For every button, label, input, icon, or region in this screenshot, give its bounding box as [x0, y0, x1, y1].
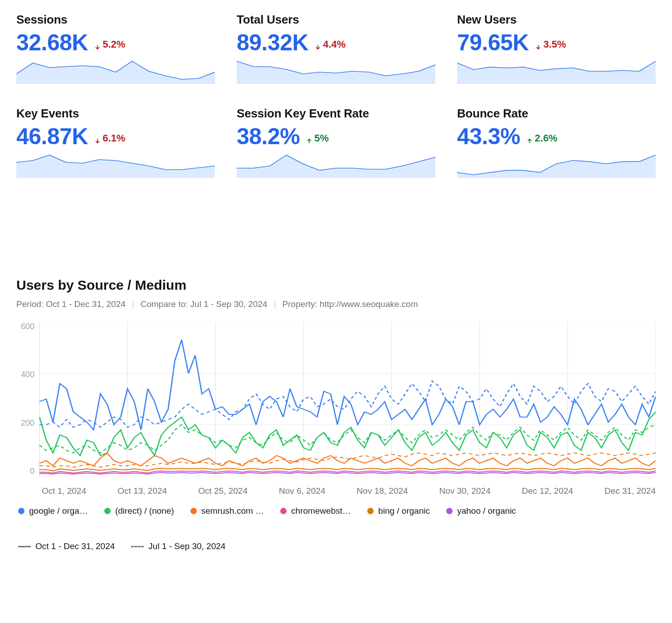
legend-swatch-icon [446, 508, 453, 514]
arrow-up-icon [526, 135, 533, 141]
kpi-delta-value: 4.4% [323, 39, 346, 50]
legend-series-label: chromewebst… [291, 506, 351, 516]
property-label: Property: [282, 299, 317, 309]
legend-series-item[interactable]: google / orga… [18, 506, 88, 516]
legend-period-item[interactable]: Jul 1 - Sep 30, 2024 [131, 541, 225, 551]
kpi-value-row: 38.2% 5% [237, 123, 435, 150]
kpi-card-bounce[interactable]: Bounce Rate 43.3% 2.6% [457, 107, 656, 178]
kpi-title: Total Users [237, 13, 435, 27]
legend-series-item[interactable]: (direct) / (none) [104, 506, 174, 516]
x-tick: Oct 25, 2024 [198, 486, 248, 496]
kpi-delta: 4.4% [315, 39, 346, 50]
kpi-value: 89.32K [237, 29, 308, 56]
kpi-sparkline [16, 60, 215, 84]
main-chart-meta: Period: Oct 1 - Dec 31, 2024 | Compare t… [16, 299, 656, 309]
arrow-down-icon [94, 135, 101, 141]
kpi-sparkline [457, 154, 656, 178]
period-text: Period: Oct 1 - Dec 31, 2024 [16, 299, 126, 309]
x-tick: Nov 6, 2024 [279, 486, 325, 496]
kpi-value-row: 43.3% 2.6% [457, 123, 656, 150]
legend-period-item[interactable]: Oct 1 - Dec 31, 2024 [18, 541, 115, 551]
arrow-down-icon [94, 41, 101, 48]
x-tick: Nov 18, 2024 [357, 486, 408, 496]
x-tick: Nov 30, 2024 [439, 486, 491, 496]
kpi-value-row: 89.32K 4.4% [237, 29, 435, 56]
legend-series-label: semrush.com … [201, 506, 264, 516]
kpi-delta: 5.2% [94, 39, 125, 50]
kpi-title: Bounce Rate [457, 107, 656, 121]
kpi-card-total_users[interactable]: Total Users 89.32K 4.4% [237, 13, 435, 84]
kpi-sparkline [16, 154, 215, 178]
compare-label: Compare to: [141, 299, 188, 309]
y-tick: 400 [21, 370, 34, 380]
legend-series-item[interactable]: yahoo / organic [446, 506, 516, 516]
compare-text: Compare to: Jul 1 - Sep 30, 2024 [141, 299, 268, 309]
y-tick: 0 [30, 467, 34, 476]
kpi-title: Key Events [16, 107, 215, 121]
legend-swatch-icon [190, 508, 197, 514]
period-label: Period: [16, 299, 44, 309]
kpi-card-key_events[interactable]: Key Events 46.87K 6.1% [16, 107, 215, 178]
kpi-sparkline [237, 154, 435, 178]
kpi-delta: 3.5% [535, 39, 566, 50]
kpi-title: New Users [457, 13, 656, 27]
x-tick: Oct 1, 2024 [42, 486, 86, 496]
chart-legend: google / orga…(direct) / (none)semrush.c… [18, 506, 656, 551]
x-tick: Dec 31, 2024 [604, 486, 656, 496]
arrow-down-icon [535, 41, 541, 48]
kpi-delta-value: 2.6% [535, 132, 557, 144]
kpi-value: 46.87K [16, 123, 88, 150]
users-by-source-medium-panel: Users by Source / Medium Period: Oct 1 -… [16, 277, 656, 551]
x-axis-ticks: Oct 1, 2024Oct 13, 2024Oct 25, 2024Nov 6… [42, 486, 656, 496]
legend-series-label: bing / organic [378, 506, 430, 516]
kpi-card-new_users[interactable]: New Users 79.65K 3.5% [457, 13, 656, 84]
kpi-sparkline [457, 60, 656, 84]
legend-series-item[interactable]: bing / organic [367, 506, 430, 516]
kpi-value: 32.68K [16, 29, 88, 56]
kpi-value-row: 46.87K 6.1% [16, 123, 215, 150]
kpi-card-sessions[interactable]: Sessions 32.68K 5.2% [16, 13, 215, 84]
legend-swatch-icon [18, 508, 24, 514]
legend-swatch-icon [367, 508, 374, 514]
x-tick: Dec 12, 2024 [522, 486, 573, 496]
kpi-delta: 6.1% [94, 132, 125, 144]
meta-separator: | [274, 299, 276, 309]
legend-line-icon [131, 546, 144, 547]
legend-series-item[interactable]: semrush.com … [190, 506, 264, 516]
kpi-delta-value: 6.1% [102, 132, 125, 144]
kpi-delta: 2.6% [526, 132, 557, 144]
period-value: Oct 1 - Dec 31, 2024 [46, 299, 125, 309]
arrow-up-icon [306, 135, 312, 141]
legend-series-label: google / orga… [29, 506, 88, 516]
y-tick: 600 [21, 322, 34, 331]
y-tick: 200 [21, 419, 34, 428]
kpi-card-sk_rate[interactable]: Session Key Event Rate 38.2% 5% [237, 107, 435, 178]
y-axis: 6004002000 [21, 322, 39, 476]
kpi-title: Session Key Event Rate [237, 107, 435, 121]
main-chart-title: Users by Source / Medium [16, 277, 656, 293]
kpi-title: Sessions [16, 13, 215, 27]
legend-swatch-icon [280, 508, 287, 514]
kpi-value: 38.2% [237, 123, 300, 150]
kpi-delta-value: 5% [314, 132, 329, 144]
legend-series-item[interactable]: chromewebst… [280, 506, 351, 516]
kpi-delta-value: 5.2% [102, 39, 125, 50]
kpi-delta: 5% [306, 132, 329, 144]
compare-value: Jul 1 - Sep 30, 2024 [190, 299, 268, 309]
kpi-delta-value: 3.5% [543, 39, 566, 50]
legend-line-icon [18, 546, 31, 547]
main-chart: 6004002000 [21, 322, 656, 476]
legend-swatch-icon [104, 508, 111, 514]
kpi-value: 79.65K [457, 29, 529, 56]
plot-area [39, 322, 656, 476]
legend-series-label: yahoo / organic [457, 506, 516, 516]
kpi-value-row: 79.65K 3.5% [457, 29, 656, 56]
property-text: Property: http://www.seoquake.com [282, 299, 418, 309]
legend-period-label: Jul 1 - Sep 30, 2024 [148, 541, 225, 551]
kpi-value-row: 32.68K 5.2% [16, 29, 215, 56]
legend-period-label: Oct 1 - Dec 31, 2024 [35, 541, 115, 551]
kpi-sparkline [237, 60, 435, 84]
kpi-card-grid: Sessions 32.68K 5.2% Total Users 89.32K … [16, 13, 656, 178]
x-tick: Oct 13, 2024 [117, 486, 167, 496]
kpi-value: 43.3% [457, 123, 520, 150]
